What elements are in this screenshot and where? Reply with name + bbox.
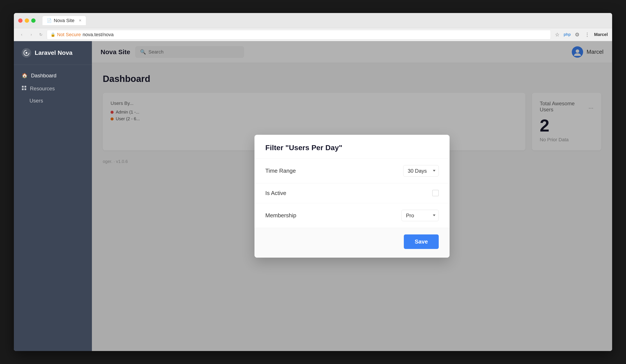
modal-footer: Save	[254, 228, 450, 258]
tab-page-icon: 📄	[47, 18, 52, 23]
svg-rect-4	[22, 88, 24, 90]
extensions-icon[interactable]: ⚙	[573, 31, 581, 38]
sidebar-item-resources[interactable]: Resources	[14, 82, 92, 95]
maximize-button[interactable]	[31, 18, 36, 23]
is-active-checkbox[interactable]	[432, 190, 439, 196]
sidebar: Laravel Nova 🏠 Dashboard	[14, 41, 92, 351]
reload-button[interactable]: ↻	[37, 31, 44, 38]
modal-body: Time Range 7 Days 30 Days 60 Days 90 Day…	[254, 159, 450, 228]
browser-user-label: Marcel	[594, 32, 608, 37]
close-button[interactable]	[18, 18, 23, 23]
sidebar-item-dashboard-label: Dashboard	[31, 73, 56, 79]
sidebar-item-users[interactable]: Users	[14, 95, 92, 106]
back-button[interactable]: ‹	[18, 31, 25, 38]
forward-button[interactable]: ›	[28, 31, 35, 38]
svg-rect-3	[25, 86, 26, 88]
svg-point-1	[26, 52, 27, 54]
php-ext-icon[interactable]: php	[563, 31, 571, 38]
sidebar-brand[interactable]: Laravel Nova	[14, 41, 92, 65]
modal-title: Filter "Users Per Day"	[265, 144, 439, 152]
minimize-button[interactable]	[25, 18, 29, 23]
filter-row-is-active: Is Active	[254, 183, 450, 203]
bookmark-icon[interactable]: ☆	[553, 31, 561, 38]
save-button[interactable]: Save	[404, 234, 439, 249]
is-active-label: Is Active	[265, 190, 432, 196]
menu-icon[interactable]: ⋮	[583, 31, 591, 38]
svg-rect-5	[25, 88, 26, 90]
browser-nav: ‹ › ↻	[18, 31, 44, 38]
modal-overlay[interactable]: Filter "Users Per Day" Time Range 7 Days…	[92, 41, 612, 351]
tab-close-icon[interactable]: ✕	[79, 18, 81, 23]
filter-modal: Filter "Users Per Day" Time Range 7 Days…	[254, 135, 450, 258]
brand-logo-icon	[22, 48, 31, 58]
grid-icon	[22, 86, 26, 92]
time-range-select[interactable]: 7 Days 30 Days 60 Days 90 Days 365 Days	[403, 165, 439, 177]
main-content: Nova Site 🔍 Marcel	[92, 41, 612, 351]
sidebar-item-resources-label: Resources	[30, 86, 55, 92]
tab-title: Nova Site	[54, 18, 74, 23]
security-label: Not Secure	[57, 32, 81, 37]
url-text: nova.test/nova	[82, 32, 114, 37]
time-range-label: Time Range	[265, 168, 403, 174]
modal-header: Filter "Users Per Day"	[254, 135, 450, 159]
address-bar[interactable]: 🔒 Not Secure nova.test/nova	[47, 30, 551, 39]
sidebar-item-users-label: Users	[30, 98, 43, 104]
home-icon: 🏠	[22, 73, 28, 78]
browser-actions: ☆ php ⚙ ⋮ Marcel	[553, 31, 608, 38]
brand-name-label: Laravel Nova	[35, 49, 72, 56]
traffic-lights	[18, 18, 36, 23]
sidebar-nav: 🏠 Dashboard Resources Use	[14, 65, 92, 111]
svg-rect-2	[22, 86, 24, 88]
membership-select[interactable]: Free Pro Enterprise	[401, 210, 439, 221]
filter-row-time-range: Time Range 7 Days 30 Days 60 Days 90 Day…	[254, 159, 450, 183]
browser-tab[interactable]: 📄 Nova Site ✕	[42, 16, 86, 25]
membership-label: Membership	[265, 212, 401, 219]
address-bar-row: ‹ › ↻ 🔒 Not Secure nova.test/nova ☆ php …	[14, 28, 612, 41]
filter-row-membership: Membership Free Pro Enterprise	[254, 203, 450, 228]
lock-icon: 🔒	[50, 32, 55, 37]
sidebar-item-dashboard[interactable]: 🏠 Dashboard	[14, 69, 92, 82]
